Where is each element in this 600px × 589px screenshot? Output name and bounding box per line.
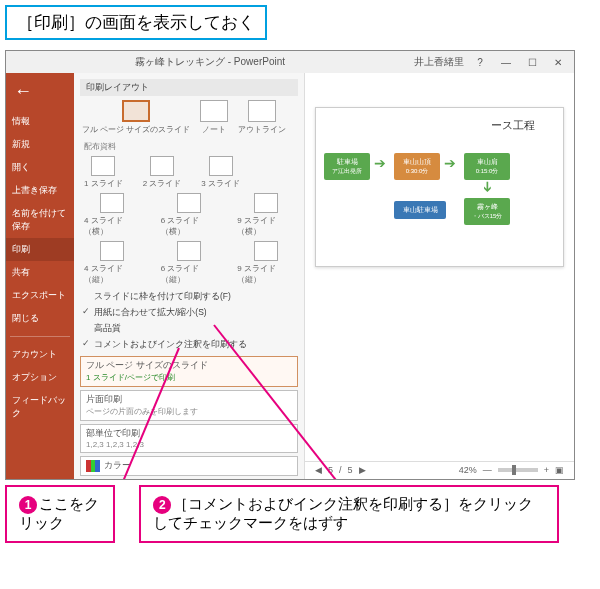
page-total: 5 xyxy=(348,465,353,475)
titlebar: 霧ヶ峰トレッキング - PowerPoint 井上香緒里 ? — ☐ ✕ xyxy=(6,51,574,73)
handout-3[interactable]: 3 スライド xyxy=(201,156,240,189)
layout-outline[interactable]: アウトライン xyxy=(238,100,286,135)
sidebar-item-print[interactable]: 印刷 xyxy=(6,238,74,261)
back-button[interactable]: ← xyxy=(6,79,74,110)
sidebar-item-share[interactable]: 共有 xyxy=(6,261,74,284)
sidebar-item-new[interactable]: 新規 xyxy=(6,133,74,156)
minimize-button[interactable]: — xyxy=(496,57,516,68)
arrow-icon: ➔ xyxy=(444,155,456,171)
page-current: 5 xyxy=(328,465,333,475)
dropdown-sides[interactable]: 片面印刷 ページの片面のみを印刷します xyxy=(80,390,298,421)
close-button[interactable]: ✕ xyxy=(548,57,568,68)
flow-diagram: 駐車場ア江出発所 ➔ 車山山頂0:30:0分 ➔ 車山肩0:15:0分 車山駐車… xyxy=(324,143,555,253)
handout-label: 配布資料 xyxy=(84,141,298,152)
node-kirigamine: 霧ヶ峰・バス15分 xyxy=(464,198,510,225)
opt-scale[interactable]: 用紙に合わせて拡大/縮小(S) xyxy=(80,305,298,321)
handout-2[interactable]: 2 スライド xyxy=(143,156,182,189)
maximize-button[interactable]: ☐ xyxy=(522,57,542,68)
handout-9v[interactable]: 9 スライド（縦） xyxy=(237,241,294,285)
user-name: 井上香緒里 xyxy=(414,55,464,69)
backstage-sidebar: ← 情報 新規 開く 上書き保存 名前を付けて保存 印刷 共有 エクスポート 閉… xyxy=(6,73,74,479)
fit-button[interactable]: ▣ xyxy=(555,465,564,475)
callout-1-number: 1 xyxy=(19,496,37,514)
help-button[interactable]: ? xyxy=(470,57,490,68)
sidebar-divider xyxy=(10,336,70,337)
main-area: 印刷レイアウト フル ページ サイズのスライド ノート アウトライン 配布資料 … xyxy=(74,73,574,479)
node-park: 駐車場ア江出発所 xyxy=(324,153,370,180)
window-title: 霧ヶ峰トレッキング - PowerPoint xyxy=(6,55,414,69)
callout-2-text: ［コメントおよびインク注釈を印刷する］をクリックしてチェックマークをはずす xyxy=(153,495,533,531)
sidebar-item-open[interactable]: 開く xyxy=(6,156,74,179)
handout-1[interactable]: 1 スライド xyxy=(84,156,123,189)
page-sep: / xyxy=(339,465,342,475)
zoom-slider[interactable] xyxy=(498,468,538,472)
layout-notes[interactable]: ノート xyxy=(200,100,228,135)
sidebar-item-export[interactable]: エクスポート xyxy=(6,284,74,307)
handout-4h[interactable]: 4 スライド（横） xyxy=(84,193,141,237)
handout-6v[interactable]: 6 スライド（縦） xyxy=(161,241,218,285)
next-page-button[interactable]: ▶ xyxy=(359,465,366,475)
zoom-out-button[interactable]: — xyxy=(483,465,492,475)
handout-6h[interactable]: 6 スライド（横） xyxy=(161,193,218,237)
dropdown-layout-sub: 1 スライド/ページで印刷 xyxy=(86,372,292,383)
opt-comments-ink[interactable]: コメントおよびインク注釈を印刷する xyxy=(80,337,298,353)
callout-2-number: 2 xyxy=(153,496,171,514)
node-shoulder: 車山肩0:15:0分 xyxy=(464,153,510,180)
slide-preview: ース工程 駐車場ア江出発所 ➔ 車山山頂0:30:0分 ➔ 車山肩0:15:0分… xyxy=(315,107,564,267)
zoom-in-button[interactable]: + xyxy=(544,465,549,475)
sidebar-item-options[interactable]: オプション xyxy=(6,366,74,389)
sidebar-item-feedback[interactable]: フィードバック xyxy=(6,389,74,425)
sidebar-item-account[interactable]: アカウント xyxy=(6,343,74,366)
arrow-icon: ➔ xyxy=(374,155,386,171)
callout-2: 2［コメントおよびインク注釈を印刷する］をクリックしてチェックマークをはずす xyxy=(139,485,559,543)
opt-quality[interactable]: 高品質 xyxy=(80,321,298,337)
node-parking2: 車山駐車場 xyxy=(394,201,446,219)
color-swatch-icon xyxy=(86,460,100,472)
prev-page-button[interactable]: ◀ xyxy=(315,465,322,475)
annotation-callouts: 1ここをクリック 2［コメントおよびインク注釈を印刷する］をクリックしてチェック… xyxy=(5,485,595,543)
node-summit: 車山山頂0:30:0分 xyxy=(394,153,440,180)
sidebar-item-save[interactable]: 上書き保存 xyxy=(6,179,74,202)
dropdown-layout[interactable]: フル ページ サイズのスライド 1 スライド/ページで印刷 xyxy=(80,356,298,387)
layout-panel-header: 印刷レイアウト xyxy=(80,79,298,96)
print-preview: ース工程 駐車場ア江出発所 ➔ 車山山頂0:30:0分 ➔ 車山肩0:15:0分… xyxy=(304,73,574,479)
sidebar-item-info[interactable]: 情報 xyxy=(6,110,74,133)
dropdown-layout-title: フル ページ サイズのスライド xyxy=(86,360,292,372)
dropdown-color[interactable]: カラー xyxy=(80,456,298,476)
callout-1: 1ここをクリック xyxy=(5,485,115,543)
sidebar-item-saveas[interactable]: 名前を付けて保存 xyxy=(6,202,74,238)
dropdown-collate[interactable]: 部単位で印刷 1,2,3 1,2,3 1,2,3 xyxy=(80,424,298,453)
zoom-value: 42% xyxy=(459,465,477,475)
top-instruction: ［印刷］の画面を表示しておく xyxy=(5,5,267,40)
arrow-down-icon: ➔ xyxy=(480,181,496,193)
layout-full-page[interactable]: フル ページ サイズのスライド xyxy=(82,100,190,135)
handout-4v[interactable]: 4 スライド（縦） xyxy=(84,241,141,285)
powerpoint-window: 霧ヶ峰トレッキング - PowerPoint 井上香緒里 ? — ☐ ✕ ← 情… xyxy=(5,50,575,480)
print-settings-panel: 印刷レイアウト フル ページ サイズのスライド ノート アウトライン 配布資料 … xyxy=(74,73,304,479)
sidebar-item-close[interactable]: 閉じる xyxy=(6,307,74,330)
slide-title: ース工程 xyxy=(324,118,555,133)
opt-frame[interactable]: スライドに枠を付けて印刷する(F) xyxy=(80,289,298,305)
handout-9h[interactable]: 9 スライド（横） xyxy=(237,193,294,237)
preview-statusbar: ◀ 5 / 5 ▶ 42% — + ▣ xyxy=(305,461,574,475)
